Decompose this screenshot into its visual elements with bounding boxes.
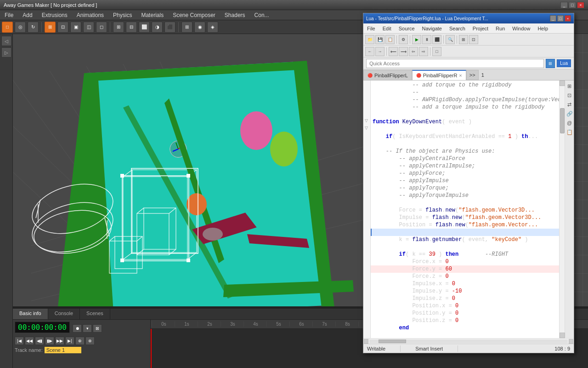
lua-side-icon-1[interactable]: ⊞ [566, 82, 573, 90]
lua-horizontal-scrollbar[interactable]: ◀ ▶ [363, 338, 574, 344]
options-button[interactable]: ▾ [83, 324, 92, 333]
lua-tb-copy[interactable]: 📋 [385, 35, 395, 44]
lua-tab-overflow[interactable]: >> [466, 70, 479, 80]
go-end-button[interactable]: ▶| [65, 337, 74, 345]
lua-tb-back[interactable]: ⟵ [389, 47, 398, 56]
track-name-input[interactable] [45, 347, 81, 353]
toolbar-btn-1[interactable]: □ [2, 22, 13, 33]
prev-frame-button[interactable]: ◀◀ [25, 337, 34, 345]
lua-tb-nav-prev[interactable]: ← [365, 47, 374, 56]
tab-scenes[interactable]: Scenes [80, 309, 110, 319]
toolbar-btn-7[interactable]: ◫ [83, 22, 94, 33]
lua-menu-help[interactable]: Help [534, 25, 552, 32]
toolbar-btn-16[interactable]: ◈ [207, 22, 218, 33]
menu-shaders[interactable]: Shaders [220, 11, 250, 19]
playhead[interactable] [151, 329, 152, 368]
lua-scrollbar-thumb[interactable] [560, 108, 565, 133]
lua-tb-search[interactable]: 🔍 [446, 35, 455, 44]
lua-minimize-button[interactable]: _ [550, 15, 556, 22]
lua-tb-run[interactable]: ▶ [412, 35, 421, 44]
toolbar-btn-11[interactable]: ⬜ [139, 22, 150, 33]
menu-add[interactable]: Add [18, 11, 37, 19]
next-frame-button[interactable]: ▶▶ [55, 337, 64, 345]
toolbar-btn-13[interactable]: ⬛ [164, 22, 175, 33]
toolbar-btn-3[interactable]: ↻ [28, 22, 39, 33]
lua-tab-close-r[interactable]: × [459, 73, 462, 78]
toolbar-btn-14[interactable]: ⊞ [181, 22, 192, 33]
lua-scrollbar-up[interactable]: ▲ [560, 80, 565, 86]
toolbar-btn-2[interactable]: ◎ [15, 22, 26, 33]
sidebar-btn-1[interactable]: ◁ [1, 36, 11, 46]
menu-extrusions[interactable]: Extrusions [37, 11, 72, 19]
maximize-button[interactable]: □ [569, 2, 576, 8]
toggle-button[interactable]: ⊠ [93, 324, 102, 333]
add-keyframe-button[interactable]: ⊕ [75, 337, 85, 345]
lua-tb-settings[interactable]: ⚙ [399, 35, 408, 44]
lua-side-icon-4[interactable]: 🔗 [566, 110, 573, 117]
lua-menu-source[interactable]: Source [395, 25, 418, 32]
toolbar-btn-5[interactable]: ⊡ [57, 22, 68, 33]
play-back-button[interactable]: ◀▮ [35, 337, 44, 345]
minimize-button[interactable]: _ [560, 2, 568, 8]
lua-hscroll-left[interactable]: ◀ [364, 339, 368, 344]
record-button[interactable]: ⏺ [73, 324, 82, 333]
lua-menu-search[interactable]: Search [446, 25, 469, 32]
menu-scene-composer[interactable]: Scene Composer [168, 11, 220, 19]
lua-tb-save[interactable]: 💾 [375, 35, 384, 44]
close-button[interactable]: × [577, 2, 584, 8]
lua-code-editor[interactable]: -- add torque to the rigidbody -- -- AWP… [371, 80, 559, 338]
go-start-button[interactable]: |◀ [15, 337, 24, 345]
play-forward-button[interactable]: ▮▶ [45, 337, 54, 345]
lua-menu-run[interactable]: Run [492, 25, 509, 32]
remove-keyframe-button[interactable]: ⊗ [85, 337, 95, 345]
toolbar-btn-6[interactable]: ▣ [70, 22, 81, 33]
toolbar-btn-12[interactable]: ◑ [152, 22, 163, 33]
lua-tb-nav-next[interactable]: → [375, 47, 384, 56]
lua-tab-icon-l: 🔴 [368, 73, 373, 78]
lua-side-icon-5[interactable]: @ [566, 119, 573, 126]
toolbar-btn-4[interactable]: ⊞ [45, 22, 56, 33]
code-line-cursor[interactable] [371, 229, 559, 236]
toolbar-btn-9[interactable]: ⊞ [113, 22, 124, 33]
lua-tb-forward[interactable]: ⟶ [399, 47, 408, 56]
lua-menu-navigate[interactable]: Navigate [418, 25, 446, 32]
menu-animations[interactable]: Animations [72, 11, 108, 19]
quick-access-icon-btn[interactable]: ⊞ [546, 59, 555, 68]
lua-tb-back2[interactable]: ⇦ [409, 47, 418, 56]
toolbar-btn-10[interactable]: ⊟ [126, 22, 137, 33]
lua-side-icon-3[interactable]: ⇄ [566, 101, 573, 108]
lua-menu-window[interactable]: Window [509, 25, 534, 32]
tab-basic-info[interactable]: Basic info [13, 309, 48, 319]
toolbar-btn-15[interactable]: ◉ [194, 22, 205, 33]
lua-side-icon-2[interactable]: ⊡ [566, 92, 573, 99]
lua-tab-pinball-flipper-r[interactable]: 🔴 PinballFlipperR × [412, 70, 466, 80]
menu-file[interactable]: File [0, 11, 18, 19]
sidebar-btn-2[interactable]: ▷ [1, 47, 11, 58]
lua-menu-edit[interactable]: Edit [379, 25, 395, 32]
quick-access-input[interactable] [366, 59, 544, 68]
menu-con[interactable]: Con... [250, 11, 274, 19]
lua-hscroll-right[interactable]: ▶ [569, 339, 573, 344]
menu-materials[interactable]: Materials [136, 11, 168, 19]
tab-console[interactable]: Console [48, 309, 80, 319]
lua-tb-open[interactable]: 📁 [365, 35, 374, 44]
lua-tab-pinball-flipper-l[interactable]: 🔴 PinballFlipperL [363, 70, 412, 80]
lua-close-button[interactable]: × [565, 15, 571, 22]
lua-vertical-scrollbar[interactable]: ▲ ▼ [559, 80, 565, 338]
lua-tb-stop[interactable]: ⬛ [432, 35, 441, 44]
lua-menu-project[interactable]: Project [469, 25, 492, 32]
lua-scrollbar-down[interactable]: ▼ [560, 333, 565, 338]
lua-tb-forward2[interactable]: ⇨ [419, 47, 428, 56]
lua-tb-pause[interactable]: ⏸ [422, 35, 431, 44]
menu-physics[interactable]: Physics [108, 11, 136, 19]
code-line-cmt-torqueimp: -- applyTorqueImpulse [371, 192, 559, 199]
lua-tb-extra1[interactable]: ⊞ [459, 35, 468, 44]
lua-tb-view[interactable]: □ [432, 47, 441, 56]
lua-maximize-button[interactable]: □ [557, 15, 564, 22]
lua-hscroll-thumb[interactable] [379, 339, 406, 343]
lua-menu-file[interactable]: File [363, 25, 379, 32]
lua-hscroll-track[interactable] [369, 339, 568, 343]
lua-tb-extra2[interactable]: ⊡ [469, 35, 478, 44]
lua-side-icon-6[interactable]: 📋 [566, 128, 573, 136]
toolbar-btn-8[interactable]: ◻ [96, 22, 107, 33]
